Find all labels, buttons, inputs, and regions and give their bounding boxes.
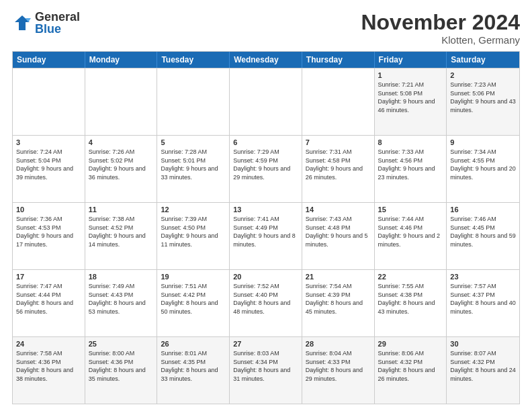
cal-row-2: 10Sunrise: 7:36 AM Sunset: 4:53 PM Dayli… bbox=[13, 202, 519, 269]
cal-cell-r1-c3: 6Sunrise: 7:29 AM Sunset: 4:59 PM Daylig… bbox=[230, 136, 302, 202]
cal-cell-r4-c5: 29Sunrise: 8:06 AM Sunset: 4:32 PM Dayli… bbox=[375, 337, 447, 404]
day-number: 28 bbox=[306, 340, 371, 348]
cal-cell-r2-c5: 15Sunrise: 7:44 AM Sunset: 4:46 PM Dayli… bbox=[375, 203, 447, 269]
cal-cell-r3-c4: 21Sunrise: 7:54 AM Sunset: 4:39 PM Dayli… bbox=[302, 270, 375, 336]
day-info: Sunrise: 8:03 AM Sunset: 4:34 PM Dayligh… bbox=[233, 349, 298, 383]
header-thursday: Thursday bbox=[302, 52, 375, 68]
location: Klotten, Germany bbox=[361, 34, 520, 46]
cal-cell-r1-c2: 5Sunrise: 7:28 AM Sunset: 5:01 PM Daylig… bbox=[157, 136, 230, 202]
day-info: Sunrise: 7:57 AM Sunset: 4:37 PM Dayligh… bbox=[450, 282, 516, 316]
day-info: Sunrise: 8:06 AM Sunset: 4:32 PM Dayligh… bbox=[378, 349, 443, 383]
cal-cell-r3-c1: 18Sunrise: 7:49 AM Sunset: 4:43 PM Dayli… bbox=[85, 270, 158, 336]
cal-cell-r4-c6: 30Sunrise: 8:07 AM Sunset: 4:32 PM Dayli… bbox=[447, 337, 519, 404]
cal-cell-r1-c0: 3Sunrise: 7:24 AM Sunset: 5:04 PM Daylig… bbox=[13, 136, 85, 202]
day-info: Sunrise: 7:26 AM Sunset: 5:02 PM Dayligh… bbox=[89, 148, 154, 181]
day-info: Sunrise: 7:46 AM Sunset: 4:45 PM Dayligh… bbox=[450, 215, 516, 248]
logo-general-text: General bbox=[35, 11, 80, 23]
cal-cell-r2-c3: 13Sunrise: 7:41 AM Sunset: 4:49 PM Dayli… bbox=[230, 203, 302, 269]
day-number: 21 bbox=[306, 273, 371, 281]
day-info: Sunrise: 7:41 AM Sunset: 4:49 PM Dayligh… bbox=[233, 215, 298, 248]
cal-cell-r3-c0: 17Sunrise: 7:47 AM Sunset: 4:44 PM Dayli… bbox=[13, 270, 85, 336]
day-number: 7 bbox=[306, 138, 371, 146]
day-number: 29 bbox=[378, 340, 443, 348]
day-number: 3 bbox=[16, 138, 81, 146]
day-number: 10 bbox=[16, 205, 81, 214]
day-info: Sunrise: 7:49 AM Sunset: 4:43 PM Dayligh… bbox=[89, 282, 154, 316]
day-number: 6 bbox=[233, 138, 298, 146]
day-number: 5 bbox=[161, 138, 226, 146]
header-sunday: Sunday bbox=[13, 52, 85, 68]
header-monday: Monday bbox=[85, 52, 158, 68]
day-number: 1 bbox=[378, 71, 443, 79]
cal-cell-r3-c3: 20Sunrise: 7:52 AM Sunset: 4:40 PM Dayli… bbox=[230, 270, 302, 336]
day-info: Sunrise: 7:34 AM Sunset: 4:55 PM Dayligh… bbox=[450, 148, 516, 181]
day-number: 23 bbox=[450, 273, 516, 281]
day-info: Sunrise: 7:39 AM Sunset: 4:50 PM Dayligh… bbox=[161, 215, 226, 248]
header-friday: Friday bbox=[375, 52, 447, 68]
day-info: Sunrise: 7:43 AM Sunset: 4:48 PM Dayligh… bbox=[306, 215, 371, 248]
cal-cell-r0-c4 bbox=[302, 68, 375, 135]
day-number: 2 bbox=[450, 71, 516, 79]
day-number: 27 bbox=[233, 340, 298, 348]
header-saturday: Saturday bbox=[447, 52, 519, 68]
cal-cell-r1-c6: 9Sunrise: 7:34 AM Sunset: 4:55 PM Daylig… bbox=[447, 136, 519, 202]
day-info: Sunrise: 7:21 AM Sunset: 5:08 PM Dayligh… bbox=[378, 81, 443, 114]
day-info: Sunrise: 7:24 AM Sunset: 5:04 PM Dayligh… bbox=[16, 148, 81, 181]
day-info: Sunrise: 7:23 AM Sunset: 5:06 PM Dayligh… bbox=[450, 81, 516, 114]
cal-cell-r4-c3: 27Sunrise: 8:03 AM Sunset: 4:34 PM Dayli… bbox=[230, 337, 302, 404]
cal-cell-r1-c5: 8Sunrise: 7:33 AM Sunset: 4:56 PM Daylig… bbox=[375, 136, 447, 202]
day-info: Sunrise: 7:54 AM Sunset: 4:39 PM Dayligh… bbox=[306, 282, 371, 316]
day-info: Sunrise: 7:38 AM Sunset: 4:52 PM Dayligh… bbox=[89, 215, 154, 248]
day-info: Sunrise: 7:47 AM Sunset: 4:44 PM Dayligh… bbox=[16, 282, 81, 316]
calendar-header: Sunday Monday Tuesday Wednesday Thursday… bbox=[13, 52, 519, 68]
title-block: November 2024 Klotten, Germany bbox=[361, 11, 520, 46]
cal-cell-r0-c5: 1Sunrise: 7:21 AM Sunset: 5:08 PM Daylig… bbox=[375, 68, 447, 135]
day-info: Sunrise: 8:04 AM Sunset: 4:33 PM Dayligh… bbox=[306, 349, 371, 383]
day-number: 8 bbox=[378, 138, 443, 146]
cal-cell-r0-c1 bbox=[85, 68, 158, 135]
day-number: 15 bbox=[378, 205, 443, 214]
day-info: Sunrise: 7:31 AM Sunset: 4:58 PM Dayligh… bbox=[306, 148, 371, 181]
cal-row-1: 3Sunrise: 7:24 AM Sunset: 5:04 PM Daylig… bbox=[13, 135, 519, 202]
day-number: 16 bbox=[450, 205, 516, 214]
day-info: Sunrise: 7:36 AM Sunset: 4:53 PM Dayligh… bbox=[16, 215, 81, 248]
day-info: Sunrise: 8:01 AM Sunset: 4:35 PM Dayligh… bbox=[161, 349, 226, 383]
cal-cell-r0-c2 bbox=[157, 68, 230, 135]
cal-cell-r0-c0 bbox=[13, 68, 85, 135]
header-wednesday: Wednesday bbox=[230, 52, 302, 68]
cal-cell-r0-c6: 2Sunrise: 7:23 AM Sunset: 5:06 PM Daylig… bbox=[447, 68, 519, 135]
cal-row-4: 24Sunrise: 7:58 AM Sunset: 4:36 PM Dayli… bbox=[13, 336, 519, 404]
month-title: November 2024 bbox=[361, 11, 520, 34]
header: General Blue November 2024 Klotten, Germ… bbox=[12, 11, 520, 46]
logo: General Blue bbox=[12, 11, 80, 35]
cal-cell-r2-c6: 16Sunrise: 7:46 AM Sunset: 4:45 PM Dayli… bbox=[447, 203, 519, 269]
logo-icon bbox=[12, 13, 32, 33]
logo-blue-text: Blue bbox=[35, 23, 80, 35]
svg-marker-0 bbox=[15, 15, 30, 30]
cal-cell-r2-c0: 10Sunrise: 7:36 AM Sunset: 4:53 PM Dayli… bbox=[13, 203, 85, 269]
day-number: 13 bbox=[233, 205, 298, 214]
day-number: 14 bbox=[306, 205, 371, 214]
day-info: Sunrise: 7:44 AM Sunset: 4:46 PM Dayligh… bbox=[378, 215, 443, 248]
day-number: 4 bbox=[89, 138, 154, 146]
calendar: Sunday Monday Tuesday Wednesday Thursday… bbox=[12, 51, 520, 404]
page: General Blue November 2024 Klotten, Germ… bbox=[0, 0, 532, 411]
day-number: 26 bbox=[161, 340, 226, 348]
day-info: Sunrise: 7:29 AM Sunset: 4:59 PM Dayligh… bbox=[233, 148, 298, 181]
cal-row-3: 17Sunrise: 7:47 AM Sunset: 4:44 PM Dayli… bbox=[13, 269, 519, 336]
calendar-body: 1Sunrise: 7:21 AM Sunset: 5:08 PM Daylig… bbox=[13, 68, 519, 404]
day-number: 11 bbox=[89, 205, 154, 214]
day-number: 9 bbox=[450, 138, 516, 146]
cal-cell-r1-c4: 7Sunrise: 7:31 AM Sunset: 4:58 PM Daylig… bbox=[302, 136, 375, 202]
day-number: 17 bbox=[16, 273, 81, 281]
day-number: 30 bbox=[450, 340, 516, 348]
cal-cell-r3-c2: 19Sunrise: 7:51 AM Sunset: 4:42 PM Dayli… bbox=[157, 270, 230, 336]
day-number: 20 bbox=[233, 273, 298, 281]
cal-cell-r3-c6: 23Sunrise: 7:57 AM Sunset: 4:37 PM Dayli… bbox=[447, 270, 519, 336]
day-number: 18 bbox=[89, 273, 154, 281]
day-number: 25 bbox=[89, 340, 154, 348]
cal-cell-r2-c1: 11Sunrise: 7:38 AM Sunset: 4:52 PM Dayli… bbox=[85, 203, 158, 269]
day-info: Sunrise: 8:00 AM Sunset: 4:36 PM Dayligh… bbox=[89, 349, 154, 383]
day-info: Sunrise: 7:51 AM Sunset: 4:42 PM Dayligh… bbox=[161, 282, 226, 316]
cal-cell-r2-c4: 14Sunrise: 7:43 AM Sunset: 4:48 PM Dayli… bbox=[302, 203, 375, 269]
